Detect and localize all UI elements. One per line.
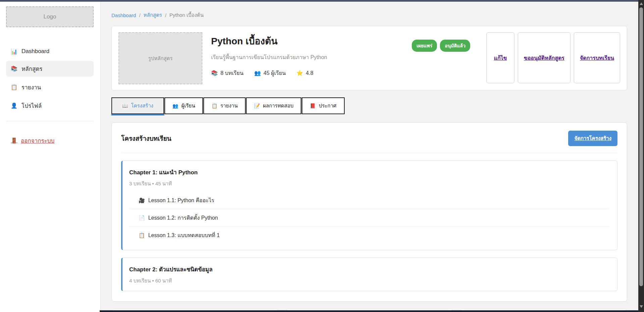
chapter-card-1: Chapter 1: แนะนำ Python 3 บทเรียน • 45 น…	[121, 161, 617, 250]
course-actions: แก้ไข ขออนุมัติหลักสูตร จัดการบทเรียน	[486, 32, 620, 84]
breadcrumb-courses[interactable]: หลักสูตร	[144, 11, 162, 19]
lesson-row[interactable]: 🎥 Lesson 1.1: Python คืออะไร	[129, 192, 609, 209]
stat-rating-label: 4.8	[306, 70, 313, 76]
breadcrumb-dashboard[interactable]: Dashboard	[111, 12, 136, 18]
document-icon: 📄	[139, 215, 145, 221]
sidebar-item-profile[interactable]: 👤 โปรไฟล์	[6, 98, 94, 114]
chapter-title: Chapter 2: ตัวแปรและชนิดข้อมูล	[129, 265, 609, 274]
stat-rating: ⭐ 4.8	[296, 70, 313, 76]
red-book-icon: 📕	[310, 103, 315, 108]
manage-lessons-link[interactable]: จัดการบทเรียน	[580, 54, 614, 62]
memo-icon: 📝	[254, 103, 260, 108]
chapter-title: Chapter 1: แนะนำ Python	[129, 168, 609, 177]
published-badge: เผยแพร่	[412, 40, 437, 52]
stat-lessons: 📚 8 บทเรียน	[211, 69, 243, 77]
breadcrumb-separator: /	[165, 12, 166, 18]
person-icon: 👤	[11, 102, 17, 109]
tab-label: ประกาศ	[319, 102, 337, 110]
tab-announcements[interactable]: 📕 ประกาศ	[302, 97, 344, 114]
app-window: Logo 📊 Dashboard 📚 หลักสูตร 📋 รายงาน 👤 โ…	[0, 0, 644, 312]
stat-students-label: 45 ผู้เรียน	[263, 69, 286, 77]
edit-link[interactable]: แก้ไข	[494, 54, 507, 62]
clipboard-icon: 📋	[139, 232, 145, 238]
tab-label: ผู้เรียน	[181, 102, 195, 110]
lesson-list: 🎥 Lesson 1.1: Python คืออะไร 📄 Lesson 1.…	[129, 192, 609, 244]
books-icon: 📚	[11, 65, 17, 72]
course-info: Python เบื้องต้น เรียนรู้พื้นฐานการเขียน…	[211, 32, 403, 84]
structure-divider	[121, 153, 617, 153]
lesson-row[interactable]: 📋 Lesson 1.3: แบบทดสอบบทที่ 1	[129, 226, 609, 244]
structure-panel: โครงสร้างบทเรียน จัดการโครงสร้าง Chapter…	[111, 122, 627, 302]
lesson-title: Lesson 1.3: แบบทดสอบบทที่ 1	[148, 231, 220, 239]
stat-students: 👥 45 ผู้เรียน	[254, 69, 286, 77]
sidebar-item-label: หลักสูตร	[21, 64, 42, 73]
tab-test-results[interactable]: 📝 ผลการทดสอบ	[246, 97, 301, 114]
chapter-meta: 4 บทเรียน • 60 นาที	[129, 277, 609, 285]
breadcrumb-current: Python เบื้องต้น	[169, 11, 204, 19]
structure-header: โครงสร้างบทเรียน จัดการโครงสร้าง	[121, 131, 617, 146]
structure-title: โครงสร้างบทเรียน	[121, 133, 171, 143]
course-stats: 📚 8 บทเรียน 👥 45 ผู้เรียน ⭐ 4.8	[211, 69, 403, 77]
sidebar-item-dashboard[interactable]: 📊 Dashboard	[6, 45, 94, 58]
logo-label: Logo	[44, 13, 56, 20]
request-approval-action-box[interactable]: ขออนุมัติหลักสูตร	[518, 32, 571, 83]
bottom-accent-bar	[100, 310, 644, 312]
lesson-row[interactable]: 📄 Lesson 1.2: การติดตั้ง Python	[129, 209, 609, 226]
door-icon: 🚪	[11, 137, 17, 144]
logout-label: ออกจากระบบ	[21, 136, 54, 145]
sidebar: Logo 📊 Dashboard 📚 หลักสูตร 📋 รายงาน 👤 โ…	[0, 2, 101, 312]
tab-label: ผลการทดสอบ	[263, 102, 294, 110]
sidebar-item-label: รายงาน	[21, 83, 41, 92]
course-tabs: 📖 โครงสร้าง 👥 ผู้เรียน 📋 รายงาน 📝 ผลการท…	[111, 97, 627, 114]
approved-badge: อนุมัติแล้ว	[440, 40, 470, 52]
breadcrumb: Dashboard / หลักสูตร / Python เบื้องต้น	[111, 11, 627, 19]
sidebar-divider	[6, 121, 94, 121]
top-accent-bar	[0, 0, 644, 2]
scrollbar-thumb[interactable]	[639, 7, 643, 286]
lesson-title: Lesson 1.2: การติดตั้ง Python	[148, 214, 218, 222]
logo-placeholder: Logo	[6, 6, 94, 27]
main-content: Dashboard / หลักสูตร / Python เบื้องต้น …	[101, 2, 644, 312]
stat-lessons-label: 8 บทเรียน	[220, 69, 243, 77]
scrollbar[interactable]	[638, 0, 644, 312]
course-image-placeholder: รูปหลักสูตร	[118, 32, 202, 84]
sidebar-item-reports[interactable]: 📋 รายงาน	[6, 79, 94, 95]
people-icon: 👥	[172, 103, 178, 108]
status-badges: เผยแพร่ อนุมัติแล้ว	[412, 40, 470, 84]
people-icon: 👥	[254, 70, 261, 76]
course-header-card: รูปหลักสูตร Python เบื้องต้น เรียนรู้พื้…	[111, 26, 627, 91]
sidebar-item-label: Dashboard	[21, 48, 49, 55]
chapter-meta: 3 บทเรียน • 45 นาที	[129, 180, 609, 188]
manage-structure-button[interactable]: จัดการโครงสร้าง	[568, 131, 617, 146]
sidebar-item-courses[interactable]: 📚 หลักสูตร	[6, 61, 94, 77]
breadcrumb-separator: /	[139, 12, 140, 18]
open-book-icon: 📖	[122, 103, 128, 108]
scroll-up-arrow-icon[interactable]	[640, 2, 643, 5]
sidebar-item-label: โปรไฟล์	[21, 101, 42, 110]
scroll-down-arrow-icon[interactable]	[640, 305, 643, 308]
tab-reports[interactable]: 📋 รายงาน	[203, 97, 246, 114]
chapter-card-2: Chapter 2: ตัวแปรและชนิดข้อมูล 4 บทเรียน…	[121, 258, 617, 291]
course-title: Python เบื้องต้น	[211, 34, 403, 48]
course-image-label: รูปหลักสูตร	[148, 54, 173, 62]
tab-label: โครงสร้าง	[131, 102, 153, 110]
books-icon: 📚	[211, 70, 218, 76]
clipboard-icon: 📋	[211, 103, 217, 108]
manage-lessons-action-box[interactable]: จัดการบทเรียน	[574, 32, 620, 83]
star-icon: ⭐	[296, 70, 303, 76]
edit-action-box[interactable]: แก้ไข	[486, 32, 514, 83]
logout-link[interactable]: 🚪 ออกจากระบบ	[6, 136, 94, 145]
video-camera-icon: 🎥	[139, 197, 145, 204]
tab-structure[interactable]: 📖 โครงสร้าง	[111, 97, 164, 114]
clipboard-icon: 📋	[11, 84, 17, 90]
sidebar-menu: 📊 Dashboard 📚 หลักสูตร 📋 รายงาน 👤 โปรไฟล…	[6, 45, 94, 114]
tab-label: รายงาน	[220, 102, 238, 110]
course-description: เรียนรู้พื้นฐานการเขียนโปรแกรมด้วยภาษา P…	[211, 53, 403, 61]
bar-chart-icon: 📊	[11, 48, 17, 55]
tab-students[interactable]: 👥 ผู้เรียน	[164, 97, 203, 114]
request-approval-link[interactable]: ขออนุมัติหลักสูตร	[524, 54, 564, 62]
lesson-title: Lesson 1.1: Python คืออะไร	[148, 196, 214, 205]
